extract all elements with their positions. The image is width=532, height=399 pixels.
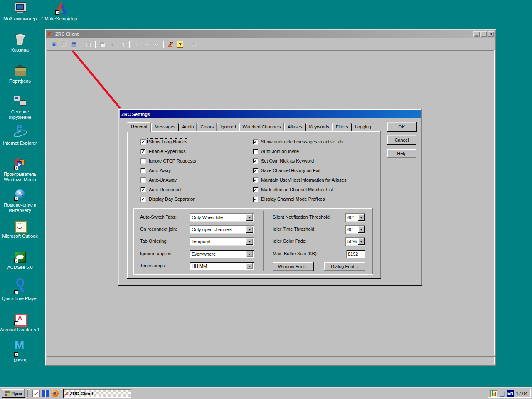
desktop-icon-microsoft-outlook[interactable]: Microsoft Outlook	[0, 219, 40, 239]
desktop-panels-icon[interactable]	[42, 390, 49, 397]
ignored-applies-combo[interactable]: Everywhere ▼	[190, 250, 254, 258]
on-reconnect-join-combo[interactable]: Only open channels ▼	[190, 225, 254, 234]
settings-icon[interactable]: ▦	[69, 40, 79, 49]
tab-ignored[interactable]: Ignored	[217, 123, 239, 131]
network-windows-icon[interactable]: ◫	[499, 391, 505, 397]
msys-icon	[13, 344, 27, 357]
toolbar-grip[interactable]	[61, 389, 62, 397]
tab-watched-channels[interactable]: Watched Channels	[239, 123, 285, 131]
max-buffer-size-input[interactable]	[346, 250, 365, 258]
acrobat-reader-icon	[13, 313, 27, 326]
checkbox-set-own-nick-as-keyword[interactable]: ✓ Set Own Nick as Keyword	[253, 158, 315, 164]
checkbox-auto-away[interactable]: Auto-Away	[140, 167, 172, 173]
log-icon[interactable]: ▯	[118, 40, 127, 49]
checkbox-show-undirected-messages[interactable]: ✓ Show undirected messages in active tab	[253, 139, 344, 145]
window-titlebar[interactable]: Z ZRC Client _ □ ×	[46, 30, 495, 38]
checkbox-auto-join-on-invite[interactable]: Auto-Join on Invite	[253, 148, 300, 154]
windows-media-player-icon: ▶	[13, 157, 27, 170]
tab-general[interactable]: General	[127, 122, 151, 132]
dialog-font-button[interactable]: Dialog Font...	[324, 262, 365, 271]
desktop-icon-acdsee[interactable]: ACDSee 5.0	[0, 250, 40, 270]
tab-audio[interactable]: Audio	[179, 123, 197, 131]
desktop-icon-network-neighborhood[interactable]: Сетевое окружение	[0, 95, 40, 120]
system-meter-icon[interactable]	[490, 390, 497, 397]
sound-icon[interactable]: ◖	[108, 40, 117, 49]
firefox-icon[interactable]	[51, 390, 59, 397]
zrc-app-icon: Z	[47, 31, 54, 37]
desktop-icon-windows-media-player[interactable]: ▶ Проигрыватель Windows Media	[0, 157, 40, 182]
language-indicator[interactable]: EN	[507, 390, 514, 397]
copy-icon[interactable]: ▧	[84, 40, 93, 49]
tab-messages[interactable]: Messages	[151, 123, 179, 131]
desktop-icon-label: Сетевое окружение	[0, 109, 40, 120]
field-label: On reconnect join:	[140, 227, 177, 232]
desktop-icon-msys[interactable]: MSYS	[0, 344, 40, 364]
desktop-icon-quicktime-player[interactable]: QuickTime Player	[0, 281, 40, 301]
tab-keywords[interactable]: Keywords	[306, 123, 332, 131]
checkbox-label: Auto-Reconnect	[148, 187, 183, 192]
disconnect-icon[interactable]: ▨	[59, 40, 69, 49]
connect-icon[interactable]: ▣	[49, 40, 59, 49]
silent-notification-threshold-combo[interactable]: 60" ▼	[345, 213, 365, 222]
taskbar-task-zrc-client[interactable]: Z ZRC Client	[63, 389, 131, 398]
desktop-icon-internet-connection[interactable]: Подключение к Интернету	[0, 188, 40, 213]
cancel-button[interactable]: Cancel	[387, 135, 416, 145]
checkbox-box: ✓	[140, 187, 146, 192]
tab-strip: General Messages Audio Colors Ignored Wa…	[127, 123, 374, 131]
start-button[interactable]: Пуск	[2, 389, 25, 398]
checkbox-box: ✓	[140, 139, 146, 145]
desktop-icon-my-computer[interactable]: Мой компьютер	[0, 2, 40, 22]
help-icon[interactable]: ?	[177, 41, 183, 48]
tab-aliases[interactable]: Aliases	[284, 123, 305, 131]
shortcut-arrow-icon	[14, 321, 18, 325]
search-icon[interactable]: ∞	[132, 40, 141, 49]
tab-colors[interactable]: Colors	[197, 123, 217, 131]
dialog-title: ZRC Settings	[121, 112, 150, 117]
window-font-button[interactable]: Window Font...	[273, 262, 314, 271]
desktop-icon-briefcase[interactable]: Портфель	[0, 64, 40, 84]
zrc-logo-icon[interactable]: Z	[166, 40, 175, 49]
search-user-icon[interactable]: ∝	[142, 40, 151, 49]
tab-filters[interactable]: Filters	[332, 123, 352, 131]
checkbox-display-day-separator[interactable]: ✓ Display Day Separator	[140, 196, 196, 202]
checkbox-ignore-ctcp-requests[interactable]: Ignore CTCP Requests	[140, 158, 197, 164]
idler-time-threshold-combo[interactable]: 60' ▼	[345, 225, 365, 234]
checkbox-auto-unaway[interactable]: Auto-UnAway	[140, 177, 178, 183]
timestamps-combo[interactable]: HH:MM ▼	[190, 262, 254, 270]
internet-connection-icon	[13, 188, 27, 201]
maximize-button[interactable]: □	[480, 31, 487, 37]
checkbox-auto-reconnect[interactable]: ✓ Auto-Reconnect	[140, 187, 183, 192]
notes-icon[interactable]	[32, 390, 40, 397]
help-button[interactable]: Help	[387, 149, 416, 158]
auto-switch-tabs-combo[interactable]: Only When Idle ▼	[190, 213, 254, 222]
checkbox-label: Auto-UnAway	[148, 177, 178, 183]
combo-value: 50%	[347, 239, 357, 244]
dialog-titlebar[interactable]: ZRC Settings	[120, 110, 421, 118]
checkbox-display-channel-mode-prefixes[interactable]: ✓ Display Channel Mode Prefixes	[253, 196, 326, 202]
checkbox-show-long-names[interactable]: ✓ Show Long Names	[140, 139, 189, 145]
idler-color-fade-combo[interactable]: 50% ▼	[345, 237, 365, 246]
toolbar-grip[interactable]	[27, 389, 28, 397]
desktop-icon-recycle-bin[interactable]: ↻ Корзина	[0, 33, 40, 53]
toolbar-grip[interactable]	[29, 389, 30, 397]
send-icon[interactable]: ▤	[98, 40, 107, 49]
my-computer-icon	[13, 2, 27, 15]
field-label: Silent Notification Threshold:	[273, 214, 331, 220]
minimize-button[interactable]: _	[473, 31, 480, 37]
chevron-down-icon: ▼	[246, 263, 253, 269]
tab-logging[interactable]: Logging	[352, 123, 374, 131]
ok-button[interactable]: OK	[387, 122, 416, 131]
desktop-icon-label: Мой компьютер	[0, 16, 40, 22]
checkbox-mark-idlers[interactable]: ✓ Mark Idlers in Channel Member List	[253, 187, 335, 192]
checkbox-maintain-user-host-info[interactable]: ✓ Maintain User/Host Information for Ali…	[253, 177, 347, 183]
tab-ordering-combo[interactable]: Temporal ▼	[190, 237, 254, 246]
search-channel-icon[interactable]: ∝	[152, 40, 161, 49]
delete-icon[interactable]: ×	[190, 40, 199, 49]
desktop-icon-internet-explorer[interactable]: Internet Explorer	[0, 126, 40, 146]
checkbox-enable-hyperlinks[interactable]: ✓ Enable Hyperlinks	[140, 148, 187, 154]
desktop-icon-acrobat-reader[interactable]: Acrobat Reader 5.1	[0, 313, 40, 332]
desktop-icon-cmake-setup[interactable]: CMakeSetup(dep...	[41, 2, 81, 22]
field-label: Ignored applies:	[140, 251, 172, 256]
close-button[interactable]: ×	[488, 31, 494, 37]
checkbox-save-channel-history[interactable]: ✓ Save Channel History on Exit	[253, 167, 322, 173]
